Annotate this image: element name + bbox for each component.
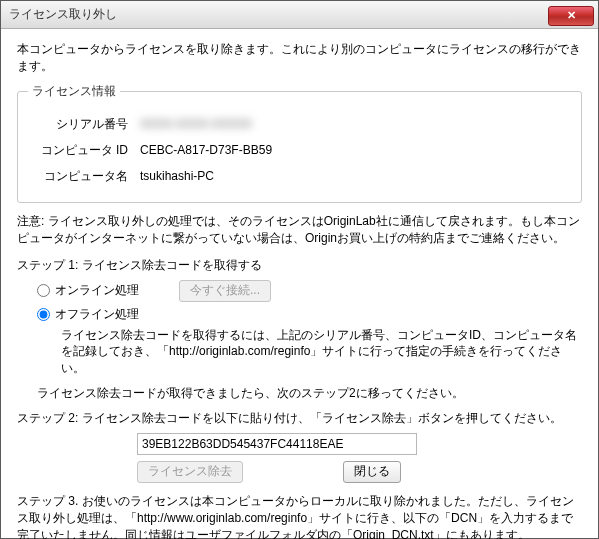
- license-removal-dialog: ライセンス取り外し ✕ 本コンピュータからライセンスを取り除きます。これにより別…: [0, 0, 599, 539]
- online-option-row: オンライン処理 今すぐ接続...: [37, 280, 582, 302]
- removal-code-input[interactable]: [137, 433, 417, 455]
- offline-radio[interactable]: [37, 308, 50, 321]
- online-label: オンライン処理: [55, 282, 139, 299]
- offline-label: オフライン処理: [55, 306, 139, 323]
- connect-now-button[interactable]: 今すぐ接続...: [179, 280, 271, 302]
- computer-id-label: コンピュータ ID: [28, 142, 136, 159]
- titlebar: ライセンス取り外し ✕: [1, 1, 598, 29]
- step3-text: ステップ 3. お使いのライセンスは本コンピュータからローカルに取り除かれました…: [17, 493, 582, 539]
- window-title: ライセンス取り外し: [9, 6, 117, 23]
- computer-id-row: コンピュータ ID CEBC-A817-D73F-BB59: [28, 140, 571, 160]
- serial-label: シリアル番号: [28, 116, 136, 133]
- offline-description: ライセンス除去コードを取得するには、上記のシリアル番号、コンピュータID、コンピ…: [61, 327, 582, 377]
- computer-name-label: コンピュータ名: [28, 168, 136, 185]
- close-icon[interactable]: ✕: [548, 6, 594, 26]
- close-button[interactable]: 閉じる: [343, 461, 401, 483]
- serial-value: XXXX-XXXX-XXXXX: [136, 114, 416, 134]
- license-info-group: ライセンス情報 シリアル番号 XXXX-XXXX-XXXXX コンピュータ ID…: [17, 83, 582, 203]
- step2-note: ライセンス除去コードが取得できましたら、次のステップ2に移ってください。: [37, 385, 582, 402]
- step2-button-row: ライセンス除去 閉じる: [137, 461, 582, 483]
- online-radio[interactable]: [37, 284, 50, 297]
- intro-text: 本コンピュータからライセンスを取り除きます。これにより別のコンピュータにライセン…: [17, 41, 582, 75]
- offline-option-row: オフライン処理: [37, 306, 582, 323]
- notice-text: 注意: ライセンス取り外しの処理では、そのライセンスはOriginLab社に通信…: [17, 213, 582, 247]
- content-area: 本コンピュータからライセンスを取り除きます。これにより別のコンピュータにライセン…: [1, 29, 598, 539]
- step1-title: ステップ 1: ライセンス除去コードを取得する: [17, 257, 582, 274]
- computer-id-value: CEBC-A817-D73F-BB59: [136, 140, 416, 160]
- step2-title: ステップ 2: ライセンス除去コードを以下に貼り付け、「ライセンス除去」ボタンを…: [17, 410, 582, 427]
- remove-license-button[interactable]: ライセンス除去: [137, 461, 243, 483]
- serial-row: シリアル番号 XXXX-XXXX-XXXXX: [28, 114, 571, 134]
- step1-options: オンライン処理 今すぐ接続... オフライン処理 ライセンス除去コードを取得する…: [37, 280, 582, 377]
- computer-name-value: tsukihashi-PC: [136, 166, 416, 186]
- computer-name-row: コンピュータ名 tsukihashi-PC: [28, 166, 571, 186]
- step2-block: ライセンス除去 閉じる: [137, 433, 582, 483]
- license-info-legend: ライセンス情報: [28, 83, 120, 100]
